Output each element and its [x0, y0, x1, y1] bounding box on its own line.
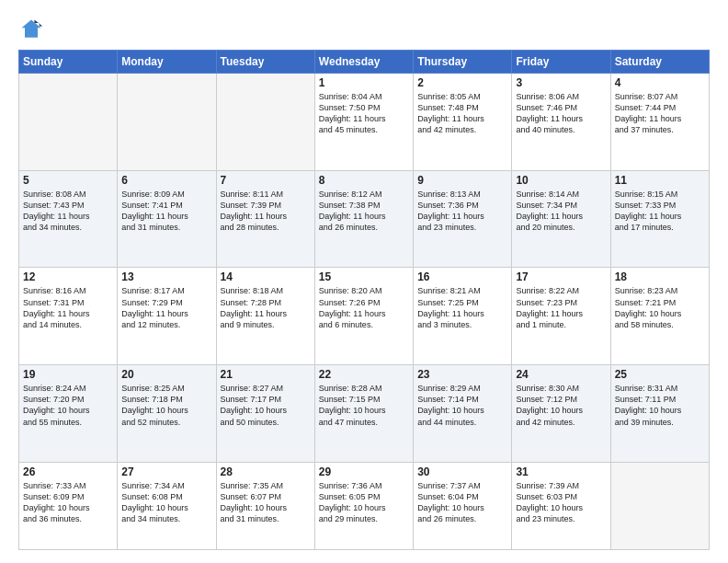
- calendar-cell: 5Sunrise: 8:08 AM Sunset: 7:43 PM Daylig…: [19, 170, 118, 268]
- day-number: 31: [516, 465, 606, 478]
- day-number: 3: [516, 76, 606, 89]
- day-info: Sunrise: 8:06 AM Sunset: 7:46 PM Dayligh…: [516, 91, 606, 136]
- day-info: Sunrise: 8:09 AM Sunset: 7:41 PM Dayligh…: [121, 189, 211, 234]
- day-info: Sunrise: 7:35 AM Sunset: 6:07 PM Dayligh…: [221, 480, 311, 525]
- calendar-cell: 18Sunrise: 8:23 AM Sunset: 7:21 PM Dayli…: [610, 268, 709, 365]
- day-info: Sunrise: 8:08 AM Sunset: 7:43 PM Dayligh…: [23, 189, 113, 234]
- calendar-cell: 25Sunrise: 8:31 AM Sunset: 7:11 PM Dayli…: [610, 365, 709, 463]
- calendar-cell: 20Sunrise: 8:25 AM Sunset: 7:18 PM Dayli…: [118, 365, 216, 463]
- calendar-cell: 26Sunrise: 7:33 AM Sunset: 6:09 PM Dayli…: [19, 462, 118, 549]
- calendar-cell: 13Sunrise: 8:17 AM Sunset: 7:29 PM Dayli…: [118, 268, 216, 365]
- calendar-cell: 7Sunrise: 8:11 AM Sunset: 7:39 PM Daylig…: [216, 170, 314, 268]
- week-row-2: 5Sunrise: 8:08 AM Sunset: 7:43 PM Daylig…: [19, 170, 710, 268]
- week-row-4: 19Sunrise: 8:24 AM Sunset: 7:20 PM Dayli…: [19, 365, 710, 463]
- day-info: Sunrise: 8:04 AM Sunset: 7:50 PM Dayligh…: [319, 91, 409, 136]
- day-info: Sunrise: 8:12 AM Sunset: 7:38 PM Dayligh…: [319, 189, 409, 234]
- weekday-header-sunday: Sunday: [19, 51, 118, 74]
- day-info: Sunrise: 8:18 AM Sunset: 7:28 PM Dayligh…: [221, 285, 311, 330]
- day-number: 16: [417, 270, 507, 283]
- header: [18, 17, 710, 42]
- day-number: 4: [615, 76, 705, 89]
- day-info: Sunrise: 8:25 AM Sunset: 7:18 PM Dayligh…: [121, 383, 211, 428]
- calendar-cell: 29Sunrise: 7:36 AM Sunset: 6:05 PM Dayli…: [314, 462, 413, 549]
- calendar-cell: 1Sunrise: 8:04 AM Sunset: 7:50 PM Daylig…: [314, 74, 413, 171]
- day-info: Sunrise: 8:29 AM Sunset: 7:14 PM Dayligh…: [417, 383, 507, 428]
- day-info: Sunrise: 8:20 AM Sunset: 7:26 PM Dayligh…: [319, 285, 409, 330]
- calendar-cell: [118, 74, 216, 171]
- day-info: Sunrise: 8:28 AM Sunset: 7:15 PM Dayligh…: [319, 383, 409, 428]
- calendar-cell: 24Sunrise: 8:30 AM Sunset: 7:12 PM Dayli…: [512, 365, 610, 463]
- calendar-table: SundayMondayTuesdayWednesdayThursdayFrid…: [18, 50, 710, 550]
- day-info: Sunrise: 8:07 AM Sunset: 7:44 PM Dayligh…: [615, 91, 705, 136]
- day-number: 17: [516, 270, 606, 283]
- day-info: Sunrise: 8:27 AM Sunset: 7:17 PM Dayligh…: [221, 383, 311, 428]
- calendar-cell: [216, 74, 314, 171]
- calendar-cell: 21Sunrise: 8:27 AM Sunset: 7:17 PM Dayli…: [216, 365, 314, 463]
- calendar-cell: 19Sunrise: 8:24 AM Sunset: 7:20 PM Dayli…: [19, 365, 118, 463]
- day-info: Sunrise: 8:14 AM Sunset: 7:34 PM Dayligh…: [516, 189, 606, 234]
- calendar-cell: 31Sunrise: 7:39 AM Sunset: 6:03 PM Dayli…: [512, 462, 610, 549]
- calendar-cell: 23Sunrise: 8:29 AM Sunset: 7:14 PM Dayli…: [414, 365, 512, 463]
- day-number: 5: [23, 174, 113, 187]
- day-number: 13: [121, 270, 211, 283]
- week-row-1: 1Sunrise: 8:04 AM Sunset: 7:50 PM Daylig…: [19, 74, 710, 171]
- day-info: Sunrise: 7:34 AM Sunset: 6:08 PM Dayligh…: [121, 480, 211, 525]
- day-number: 11: [615, 174, 705, 187]
- weekday-header-row: SundayMondayTuesdayWednesdayThursdayFrid…: [19, 51, 710, 74]
- day-info: Sunrise: 8:11 AM Sunset: 7:39 PM Dayligh…: [221, 189, 311, 234]
- day-number: 22: [319, 368, 409, 381]
- day-number: 12: [23, 270, 113, 283]
- day-number: 19: [23, 368, 113, 381]
- calendar-cell: 3Sunrise: 8:06 AM Sunset: 7:46 PM Daylig…: [512, 74, 610, 171]
- day-number: 24: [516, 368, 606, 381]
- day-info: Sunrise: 8:22 AM Sunset: 7:23 PM Dayligh…: [516, 285, 606, 330]
- calendar-cell: [610, 462, 709, 549]
- calendar-cell: 11Sunrise: 8:15 AM Sunset: 7:33 PM Dayli…: [610, 170, 709, 268]
- day-info: Sunrise: 8:15 AM Sunset: 7:33 PM Dayligh…: [615, 189, 705, 234]
- calendar-cell: 15Sunrise: 8:20 AM Sunset: 7:26 PM Dayli…: [314, 268, 413, 365]
- week-row-3: 12Sunrise: 8:16 AM Sunset: 7:31 PM Dayli…: [19, 268, 710, 365]
- day-number: 18: [615, 270, 705, 283]
- day-number: 26: [23, 465, 113, 478]
- day-number: 14: [221, 270, 311, 283]
- day-number: 21: [221, 368, 311, 381]
- weekday-header-monday: Monday: [118, 51, 216, 74]
- calendar-cell: 8Sunrise: 8:12 AM Sunset: 7:38 PM Daylig…: [314, 170, 413, 268]
- day-number: 28: [221, 465, 311, 478]
- day-number: 23: [417, 368, 507, 381]
- day-info: Sunrise: 8:24 AM Sunset: 7:20 PM Dayligh…: [23, 383, 113, 428]
- day-info: Sunrise: 8:13 AM Sunset: 7:36 PM Dayligh…: [417, 189, 507, 234]
- day-number: 25: [615, 368, 705, 381]
- day-info: Sunrise: 7:37 AM Sunset: 6:04 PM Dayligh…: [417, 480, 507, 525]
- day-number: 1: [319, 76, 409, 89]
- day-number: 10: [516, 174, 606, 187]
- week-row-5: 26Sunrise: 7:33 AM Sunset: 6:09 PM Dayli…: [19, 462, 710, 549]
- calendar-cell: 2Sunrise: 8:05 AM Sunset: 7:48 PM Daylig…: [414, 74, 512, 171]
- day-info: Sunrise: 8:05 AM Sunset: 7:48 PM Dayligh…: [417, 91, 507, 136]
- page: SundayMondayTuesdayWednesdayThursdayFrid…: [0, 0, 728, 563]
- day-number: 20: [121, 368, 211, 381]
- weekday-header-friday: Friday: [512, 51, 610, 74]
- weekday-header-wednesday: Wednesday: [314, 51, 413, 74]
- svg-marker-0: [22, 20, 41, 38]
- calendar-cell: 22Sunrise: 8:28 AM Sunset: 7:15 PM Dayli…: [314, 365, 413, 463]
- calendar-cell: 6Sunrise: 8:09 AM Sunset: 7:41 PM Daylig…: [118, 170, 216, 268]
- day-number: 27: [121, 465, 211, 478]
- day-info: Sunrise: 8:30 AM Sunset: 7:12 PM Dayligh…: [516, 383, 606, 428]
- day-number: 15: [319, 270, 409, 283]
- weekday-header-thursday: Thursday: [414, 51, 512, 74]
- calendar-cell: 17Sunrise: 8:22 AM Sunset: 7:23 PM Dayli…: [512, 268, 610, 365]
- weekday-header-saturday: Saturday: [610, 51, 709, 74]
- logo-icon: [18, 17, 44, 42]
- day-number: 7: [221, 174, 311, 187]
- day-info: Sunrise: 8:21 AM Sunset: 7:25 PM Dayligh…: [417, 285, 507, 330]
- day-info: Sunrise: 8:23 AM Sunset: 7:21 PM Dayligh…: [615, 285, 705, 330]
- calendar-cell: 30Sunrise: 7:37 AM Sunset: 6:04 PM Dayli…: [414, 462, 512, 549]
- day-info: Sunrise: 7:39 AM Sunset: 6:03 PM Dayligh…: [516, 480, 606, 525]
- day-number: 29: [319, 465, 409, 478]
- calendar-cell: 27Sunrise: 7:34 AM Sunset: 6:08 PM Dayli…: [118, 462, 216, 549]
- logo: [18, 17, 48, 42]
- day-info: Sunrise: 8:31 AM Sunset: 7:11 PM Dayligh…: [615, 383, 705, 428]
- calendar-cell: [19, 74, 118, 171]
- day-info: Sunrise: 7:36 AM Sunset: 6:05 PM Dayligh…: [319, 480, 409, 525]
